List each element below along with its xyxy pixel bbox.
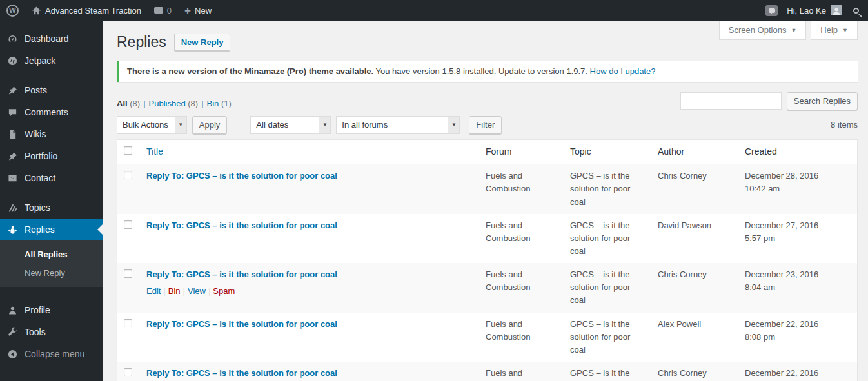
topics-icon: [6, 203, 18, 213]
topic-cell: GPCS – is it the solution for poor coal: [564, 263, 651, 312]
view-action-link[interactable]: View: [188, 286, 206, 296]
view-all-link[interactable]: All (8): [117, 99, 140, 108]
sidebar-item-contact[interactable]: Contact: [0, 167, 103, 189]
sidebar-item-jetpack[interactable]: Jetpack: [0, 50, 103, 72]
table-header-row: Title Forum Topic Author Created: [117, 140, 857, 165]
chevron-down-icon: ▼: [319, 117, 330, 133]
notifications-icon[interactable]: [765, 5, 778, 16]
reply-title-link[interactable]: Reply To: GPCS – is it the solution for …: [146, 368, 337, 378]
sidebar-item-collapse-menu[interactable]: Collapse menu: [0, 343, 103, 365]
edit-action-link[interactable]: Edit: [146, 286, 161, 296]
column-header-topic: Topic: [564, 140, 651, 164]
screen-options-label: Screen Options: [729, 25, 787, 35]
search-replies-input[interactable]: [680, 92, 782, 110]
sidebar-item-wikis[interactable]: Wikis: [0, 123, 103, 145]
how-do-i-update-link[interactable]: How do I update?: [590, 66, 656, 76]
reply-title-link[interactable]: Reply To: GPCS – is it the solution for …: [146, 269, 337, 279]
reply-title-link[interactable]: Reply To: GPCS – is it the solution for …: [146, 220, 337, 230]
column-header-created: Created: [738, 140, 857, 164]
notification-bubble-icon: [769, 8, 775, 13]
created-cell: December 22, 20168:08 pm: [738, 313, 857, 362]
reply-title-link[interactable]: Reply To: GPCS – is it the solution for …: [146, 171, 337, 181]
author-cell: Chris Corney: [651, 164, 738, 213]
table-row-hovered: Reply To: GPCS – is it the solution for …: [117, 263, 857, 312]
row-checkbox[interactable]: [124, 368, 132, 376]
sidebar-item-label: Contact: [25, 173, 55, 183]
forum-cell: Fuels and Combustion: [479, 214, 564, 263]
row-checkbox[interactable]: [124, 319, 132, 327]
sidebar-item-replies[interactable]: Replies: [0, 219, 103, 240]
home-icon: [32, 6, 41, 15]
topic-cell: GPCS – is it the solution for poor coal: [564, 362, 651, 381]
select-all-checkbox[interactable]: [124, 146, 132, 155]
document-icon: [6, 130, 18, 139]
sidebar-item-label: Jetpack: [25, 55, 55, 66]
admin-bar-new[interactable]: + New: [178, 0, 218, 21]
spam-action-link[interactable]: Spam: [213, 286, 235, 296]
admin-bar-comments[interactable]: 0: [148, 0, 178, 21]
bulk-actions-select[interactable]: Bulk Actions ▼: [117, 116, 187, 134]
sidebar-item-label: Comments: [25, 107, 68, 117]
column-header-title[interactable]: Title: [146, 146, 163, 157]
topic-cell: GPCS – is it the solution for poor coal: [564, 214, 651, 263]
new-label: New: [195, 6, 212, 15]
submenu-item-all-replies[interactable]: All Replies: [0, 245, 103, 264]
sidebar-item-tools[interactable]: Tools: [0, 321, 103, 343]
theme-update-notice: There is a new version of the Minamaze (…: [117, 61, 858, 82]
sidebar-item-label: Dashboard: [25, 34, 69, 44]
sidebar-item-label: Profile: [25, 305, 50, 315]
posts-pin-icon: [6, 86, 18, 95]
screen-options-tab[interactable]: Screen Options ▼: [719, 21, 807, 40]
row-checkbox[interactable]: [124, 171, 132, 179]
chevron-down-icon: ▼: [791, 27, 796, 34]
sidebar-item-posts[interactable]: Posts: [0, 79, 103, 101]
wrench-icon: [6, 327, 18, 337]
help-label: Help: [820, 25, 838, 35]
sidebar-item-label: Tools: [25, 327, 46, 337]
sidebar-item-profile[interactable]: Profile: [0, 299, 103, 321]
row-checkbox[interactable]: [124, 269, 132, 278]
main-content: Screen Options ▼ Help ▼ Replies New Repl…: [103, 21, 868, 381]
sidebar-item-label: Collapse menu: [25, 349, 84, 359]
items-count: 8 items: [831, 120, 858, 130]
submenu-item-new-reply[interactable]: New Reply: [0, 264, 103, 282]
replies-table: Title Forum Topic Author Created Reply T…: [117, 139, 858, 381]
avatar[interactable]: [831, 5, 842, 15]
reply-title-link[interactable]: Reply To: GPCS – is it the solution for …: [146, 319, 337, 329]
all-dates-select[interactable]: All dates ▼: [250, 116, 331, 134]
created-cell: December 22, 201612:42 pm: [738, 362, 857, 381]
search-icon[interactable]: [853, 8, 859, 14]
table-row: Reply To: GPCS – is it the solution for …: [117, 362, 857, 381]
plus-icon: +: [184, 5, 191, 16]
notice-bold-text: There is a new version of the Minamaze (…: [127, 66, 373, 76]
sidebar-item-dashboard[interactable]: Dashboard: [0, 28, 103, 50]
view-bin-link[interactable]: Bin (1): [207, 99, 232, 108]
topic-cell: GPCS – is it the solution for poor coal: [564, 164, 651, 213]
active-menu-arrow-icon: [92, 224, 103, 235]
forum-cell: Fuels and Combustion: [479, 164, 564, 213]
comments-count: 0: [167, 6, 172, 15]
site-name-link[interactable]: Advanced Steam Traction: [25, 0, 148, 21]
page-title: Replies: [117, 34, 166, 52]
bin-action-link[interactable]: Bin: [168, 286, 181, 296]
row-checkbox[interactable]: [124, 220, 132, 229]
help-tab[interactable]: Help ▼: [811, 21, 858, 40]
filter-button[interactable]: Filter: [469, 116, 502, 134]
apply-button[interactable]: Apply: [192, 116, 228, 134]
account-greeting[interactable]: Hi, Lao Ke: [787, 6, 826, 15]
notice-body-text: You have version 1.5.8 installed. Update…: [373, 66, 589, 76]
sidebar-item-topics[interactable]: Topics: [0, 197, 103, 219]
new-reply-button[interactable]: New Reply: [174, 34, 231, 51]
forum-filter-select[interactable]: In all forums ▼: [336, 116, 460, 134]
topic-cell: GPCS – is it the solution for poor coal: [564, 313, 651, 362]
sidebar-item-comments[interactable]: Comments: [0, 101, 103, 123]
wordpress-logo[interactable]: W: [0, 0, 25, 21]
dashboard-icon: [6, 34, 18, 44]
chevron-down-icon: ▼: [842, 27, 848, 34]
search-replies-button[interactable]: Search Replies: [787, 92, 858, 110]
author-cell: Chris Corney: [651, 263, 738, 312]
portfolio-pin-icon: [6, 151, 18, 161]
view-published-link[interactable]: Published (8): [149, 99, 199, 108]
sidebar-item-portfolio[interactable]: Portfolio: [0, 145, 103, 167]
admin-bar: W Advanced Steam Traction 0 + New Hi, La…: [0, 0, 868, 21]
